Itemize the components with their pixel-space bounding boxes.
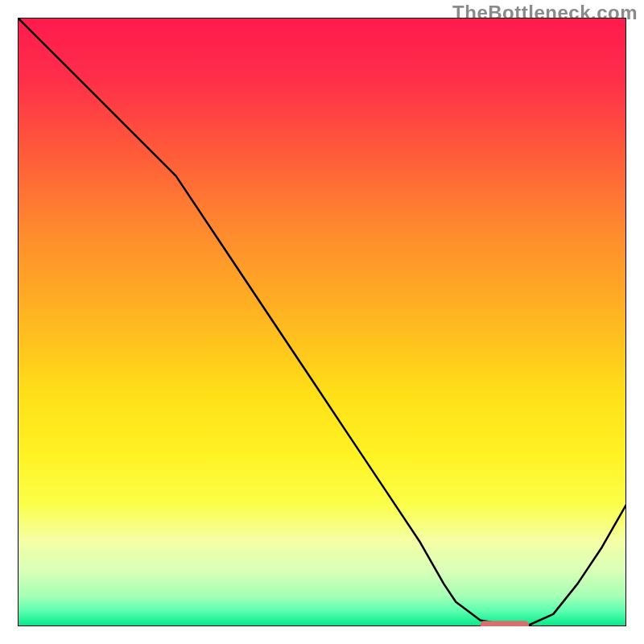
chart-container: TheBottleneck.com	[0, 0, 644, 644]
optimal-marker	[481, 621, 530, 626]
plot-area	[18, 18, 626, 626]
chart-svg	[18, 18, 626, 626]
